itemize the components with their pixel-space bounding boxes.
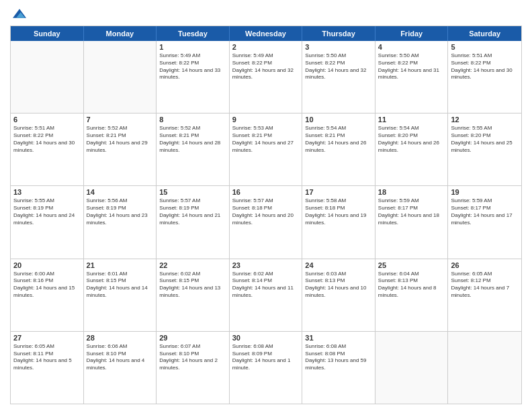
cell-info: Sunrise: 6:00 AM Sunset: 8:16 PM Dayligh… <box>13 271 81 300</box>
week-row-4: 27Sunrise: 6:05 AM Sunset: 8:11 PM Dayli… <box>11 332 521 404</box>
day-number: 5 <box>451 43 519 51</box>
day-number: 9 <box>232 116 300 124</box>
day-cell-27: 27Sunrise: 6:05 AM Sunset: 8:11 PM Dayli… <box>11 332 84 404</box>
week-row-0: 1Sunrise: 5:49 AM Sunset: 8:22 PM Daylig… <box>11 41 521 113</box>
cell-info: Sunrise: 6:02 AM Sunset: 8:15 PM Dayligh… <box>159 271 226 300</box>
day-cell-5: 5Sunrise: 5:51 AM Sunset: 8:22 PM Daylig… <box>448 41 521 113</box>
day-cell-28: 28Sunrise: 6:06 AM Sunset: 8:10 PM Dayli… <box>84 332 157 404</box>
day-cell-10: 10Sunrise: 5:54 AM Sunset: 8:21 PM Dayli… <box>302 113 375 185</box>
day-number: 28 <box>87 334 154 342</box>
cell-info: Sunrise: 5:55 AM Sunset: 8:19 PM Dayligh… <box>13 197 81 226</box>
cell-info: Sunrise: 5:59 AM Sunset: 8:17 PM Dayligh… <box>451 197 519 226</box>
cell-info: Sunrise: 5:54 AM Sunset: 8:21 PM Dayligh… <box>305 125 372 154</box>
day-cell-23: 23Sunrise: 6:02 AM Sunset: 8:14 PM Dayli… <box>230 259 303 331</box>
day-number: 30 <box>232 334 300 342</box>
day-cell-3: 3Sunrise: 5:50 AM Sunset: 8:22 PM Daylig… <box>302 41 375 113</box>
cell-info: Sunrise: 5:51 AM Sunset: 8:22 PM Dayligh… <box>451 52 519 81</box>
day-cell-6: 6Sunrise: 5:51 AM Sunset: 8:22 PM Daylig… <box>11 113 84 185</box>
day-cell-1: 1Sunrise: 5:49 AM Sunset: 8:22 PM Daylig… <box>157 41 230 113</box>
day-cell-26: 26Sunrise: 6:05 AM Sunset: 8:12 PM Dayli… <box>448 259 521 331</box>
day-number: 23 <box>232 261 300 269</box>
day-number: 26 <box>451 261 519 269</box>
day-number: 13 <box>13 188 81 196</box>
cell-info: Sunrise: 6:05 AM Sunset: 8:11 PM Dayligh… <box>13 343 81 372</box>
day-cell-2: 2Sunrise: 5:49 AM Sunset: 8:22 PM Daylig… <box>230 41 303 113</box>
header <box>10 7 522 20</box>
header-day-saturday: Saturday <box>448 26 521 41</box>
cell-info: Sunrise: 6:06 AM Sunset: 8:10 PM Dayligh… <box>87 343 154 372</box>
week-row-1: 6Sunrise: 5:51 AM Sunset: 8:22 PM Daylig… <box>11 113 521 186</box>
day-number: 3 <box>305 43 372 51</box>
day-cell-21: 21Sunrise: 6:01 AM Sunset: 8:15 PM Dayli… <box>84 259 157 331</box>
day-cell-8: 8Sunrise: 5:52 AM Sunset: 8:21 PM Daylig… <box>157 113 230 185</box>
day-number: 11 <box>378 116 445 124</box>
day-cell-15: 15Sunrise: 5:57 AM Sunset: 8:19 PM Dayli… <box>157 186 230 258</box>
day-number: 12 <box>451 116 519 124</box>
cell-info: Sunrise: 5:52 AM Sunset: 8:21 PM Dayligh… <box>87 125 154 154</box>
day-cell-31: 31Sunrise: 6:08 AM Sunset: 8:08 PM Dayli… <box>302 332 375 404</box>
cell-info: Sunrise: 5:49 AM Sunset: 8:22 PM Dayligh… <box>159 52 226 81</box>
cell-info: Sunrise: 5:57 AM Sunset: 8:18 PM Dayligh… <box>232 197 300 226</box>
day-cell-29: 29Sunrise: 6:07 AM Sunset: 8:10 PM Dayli… <box>157 332 230 404</box>
header-day-sunday: Sunday <box>11 26 84 41</box>
week-row-3: 20Sunrise: 6:00 AM Sunset: 8:16 PM Dayli… <box>11 259 521 332</box>
cell-info: Sunrise: 5:54 AM Sunset: 8:20 PM Dayligh… <box>378 125 445 154</box>
calendar-body: 1Sunrise: 5:49 AM Sunset: 8:22 PM Daylig… <box>11 41 521 404</box>
header-day-friday: Friday <box>375 26 449 41</box>
day-number: 17 <box>305 188 372 196</box>
day-cell-4: 4Sunrise: 5:50 AM Sunset: 8:22 PM Daylig… <box>375 41 449 113</box>
day-number: 22 <box>159 261 226 269</box>
cell-info: Sunrise: 5:51 AM Sunset: 8:22 PM Dayligh… <box>13 125 81 154</box>
day-number: 6 <box>13 116 81 124</box>
cell-info: Sunrise: 6:05 AM Sunset: 8:12 PM Dayligh… <box>451 271 519 300</box>
logo-icon <box>13 7 26 20</box>
cell-info: Sunrise: 5:52 AM Sunset: 8:21 PM Dayligh… <box>159 125 226 154</box>
day-number: 8 <box>159 116 226 124</box>
day-cell-30: 30Sunrise: 6:08 AM Sunset: 8:09 PM Dayli… <box>230 332 303 404</box>
day-number: 25 <box>378 261 445 269</box>
day-number: 24 <box>305 261 372 269</box>
cell-info: Sunrise: 5:59 AM Sunset: 8:17 PM Dayligh… <box>378 197 445 226</box>
day-cell-20: 20Sunrise: 6:00 AM Sunset: 8:16 PM Dayli… <box>11 259 84 331</box>
header-day-tuesday: Tuesday <box>157 26 230 41</box>
cell-info: Sunrise: 6:07 AM Sunset: 8:10 PM Dayligh… <box>159 343 226 372</box>
empty-cell <box>84 41 157 113</box>
cell-info: Sunrise: 5:58 AM Sunset: 8:18 PM Dayligh… <box>305 197 372 226</box>
logo <box>10 7 26 20</box>
cell-info: Sunrise: 5:55 AM Sunset: 8:20 PM Dayligh… <box>451 125 519 154</box>
day-cell-16: 16Sunrise: 5:57 AM Sunset: 8:18 PM Dayli… <box>230 186 303 258</box>
cell-info: Sunrise: 5:53 AM Sunset: 8:21 PM Dayligh… <box>232 125 300 154</box>
day-cell-25: 25Sunrise: 6:04 AM Sunset: 8:13 PM Dayli… <box>375 259 449 331</box>
cell-info: Sunrise: 5:56 AM Sunset: 8:19 PM Dayligh… <box>87 197 154 226</box>
empty-cell <box>11 41 84 113</box>
header-day-monday: Monday <box>84 26 157 41</box>
day-number: 10 <box>305 116 372 124</box>
day-number: 15 <box>159 188 226 196</box>
day-number: 19 <box>451 188 519 196</box>
day-number: 29 <box>159 334 226 342</box>
day-cell-18: 18Sunrise: 5:59 AM Sunset: 8:17 PM Dayli… <box>375 186 449 258</box>
day-number: 21 <box>87 261 154 269</box>
day-cell-17: 17Sunrise: 5:58 AM Sunset: 8:18 PM Dayli… <box>302 186 375 258</box>
calendar-header: SundayMondayTuesdayWednesdayThursdayFrid… <box>11 26 521 41</box>
day-number: 14 <box>87 188 154 196</box>
day-number: 16 <box>232 188 300 196</box>
day-cell-14: 14Sunrise: 5:56 AM Sunset: 8:19 PM Dayli… <box>84 186 157 258</box>
empty-cell <box>375 332 449 404</box>
day-cell-9: 9Sunrise: 5:53 AM Sunset: 8:21 PM Daylig… <box>230 113 303 185</box>
day-cell-19: 19Sunrise: 5:59 AM Sunset: 8:17 PM Dayli… <box>448 186 521 258</box>
cell-info: Sunrise: 6:03 AM Sunset: 8:13 PM Dayligh… <box>305 271 372 300</box>
day-cell-12: 12Sunrise: 5:55 AM Sunset: 8:20 PM Dayli… <box>448 113 521 185</box>
cell-info: Sunrise: 6:04 AM Sunset: 8:13 PM Dayligh… <box>378 271 445 300</box>
cell-info: Sunrise: 5:50 AM Sunset: 8:22 PM Dayligh… <box>305 52 372 81</box>
day-cell-11: 11Sunrise: 5:54 AM Sunset: 8:20 PM Dayli… <box>375 113 449 185</box>
day-number: 4 <box>378 43 445 51</box>
page: SundayMondayTuesdayWednesdayThursdayFrid… <box>0 0 532 411</box>
cell-info: Sunrise: 6:01 AM Sunset: 8:15 PM Dayligh… <box>87 271 154 300</box>
cell-info: Sunrise: 6:02 AM Sunset: 8:14 PM Dayligh… <box>232 271 300 300</box>
day-number: 27 <box>13 334 81 342</box>
cell-info: Sunrise: 5:49 AM Sunset: 8:22 PM Dayligh… <box>232 52 300 81</box>
cell-info: Sunrise: 5:50 AM Sunset: 8:22 PM Dayligh… <box>378 52 445 81</box>
day-number: 2 <box>232 43 300 51</box>
cell-info: Sunrise: 6:08 AM Sunset: 8:09 PM Dayligh… <box>232 343 300 372</box>
